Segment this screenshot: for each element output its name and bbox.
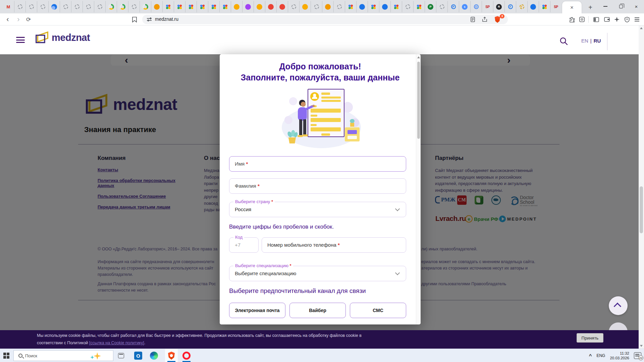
browser-tab[interactable] [368,1,379,12]
browser-tab[interactable] [413,1,425,12]
extensions-puzzle-icon[interactable] [568,15,576,24]
browser-tab[interactable]: R [493,1,504,12]
reload-button[interactable]: ⟳ [24,15,33,24]
search-icon[interactable] [559,37,568,47]
opera-icon[interactable] [182,352,191,360]
tray-clock[interactable]: 11:32 20.03.2026 [610,351,629,360]
window-restore-button[interactable] [613,0,629,13]
scrollbar-up-icon[interactable] [417,56,420,58]
browser-tab[interactable] [231,1,242,12]
scrollbar-up-icon[interactable] [640,27,643,29]
browser-tab[interactable] [208,1,219,12]
browser-tab[interactable] [140,1,151,12]
browser-tab[interactable] [197,1,208,12]
browser-tab[interactable] [71,1,83,12]
scroll-to-top-button[interactable] [609,296,628,315]
edge-icon[interactable] [150,352,158,360]
site-logo[interactable]: medznat [34,31,90,44]
browser-tab[interactable] [322,1,333,12]
back-button[interactable]: ‹ [3,15,12,24]
channel-button[interactable]: СМС [350,303,406,318]
channel-button[interactable]: Вайбер [289,303,346,318]
browser-tab[interactable] [25,1,37,12]
browser-tab[interactable] [276,1,288,12]
country-code-input[interactable]: Код +7 [229,237,259,253]
brave-taskbar-button[interactable] [165,349,178,362]
browser-tab[interactable]: F [504,1,516,12]
new-tab-button[interactable]: + [586,3,595,12]
browser-tab[interactable]: b [459,1,470,12]
browser-tab[interactable] [174,1,185,12]
wallet-icon[interactable] [602,15,611,24]
browser-tab[interactable] [333,1,345,12]
browser-tab[interactable] [219,1,231,12]
site-settings-icon[interactable] [147,17,152,21]
browser-tab[interactable] [402,1,413,12]
browser-tab[interactable] [379,1,390,12]
window-close-button[interactable]: × [629,0,644,13]
browser-tab[interactable]: SP [550,1,561,12]
browser-tab[interactable] [527,1,539,12]
browser-tab[interactable] [94,1,105,12]
active-tab[interactable]: ✕ [562,1,582,13]
browser-tab[interactable]: P [447,1,459,12]
browser-tab[interactable] [105,1,117,12]
browser-tab[interactable] [311,1,322,12]
cookie-accept-button[interactable]: Принять [577,333,603,343]
browser-tab[interactable] [83,1,94,12]
site-menu-button[interactable] [16,36,25,44]
browser-tab[interactable] [60,1,71,12]
browser-tab[interactable] [117,1,128,12]
task-view-button[interactable] [118,353,124,358]
browser-tab[interactable] [128,1,140,12]
first-name-input[interactable]: Имя * [229,156,406,172]
browser-tab[interactable] [436,1,447,12]
address-bar[interactable]: medznat.ru [142,15,508,24]
tray-expand-icon[interactable]: ^ [589,353,592,359]
sidebar-icon[interactable] [592,15,600,24]
browser-tab[interactable] [288,1,299,12]
browser-tab[interactable] [14,1,25,12]
forward-button[interactable]: › [14,15,23,24]
browser-tab[interactable]: M [3,1,14,12]
browser-menu-icon[interactable] [633,15,641,24]
window-minimize-button[interactable] [598,0,613,13]
copilot-sparkle-icon[interactable] [94,352,101,360]
browser-tab[interactable] [48,1,60,12]
specialization-select[interactable]: Выберите специализацию * Выберите специа… [229,266,406,281]
browser-tab[interactable]: O [470,1,482,12]
browser-tab[interactable] [254,1,265,12]
browser-tab[interactable] [162,1,174,12]
vpn-shield-icon[interactable] [623,15,631,24]
reader-mode-icon[interactable] [468,15,477,24]
browser-tab[interactable] [345,1,356,12]
browser-tab[interactable] [390,1,402,12]
browser-tab[interactable] [539,1,550,12]
browser-tab[interactable] [299,1,311,12]
start-button[interactable] [3,353,9,359]
tray-language[interactable]: ENG [596,353,605,358]
browser-tab[interactable] [356,1,368,12]
cookie-policy-link[interactable]: [ссылка на Cookie политику] [89,341,144,345]
outlook-icon[interactable]: O [134,352,142,360]
country-select[interactable]: Выберите страну * Россия [229,202,406,217]
last-name-input[interactable]: Фамилия * [229,178,406,194]
browser-tab[interactable] [151,1,162,12]
browser-tab[interactable] [185,1,197,12]
browser-tab[interactable]: SP [482,1,493,12]
browser-tab[interactable] [242,1,254,12]
browser-tab[interactable] [37,1,48,12]
bookmark-icon[interactable] [130,15,139,24]
action-center-icon[interactable]: 22 [634,352,641,359]
window-scrollbar[interactable] [639,25,644,349]
browser-tab[interactable]: P [425,1,436,12]
phone-number-input[interactable]: Номер мобильного телефона * [262,237,406,253]
tab-close-icon[interactable]: ✕ [570,5,574,10]
browser-tab[interactable] [265,1,276,12]
share-icon[interactable] [480,15,489,24]
window-scrollbar-thumb[interactable] [640,186,643,233]
modal-scrollbar-thumb[interactable] [417,62,420,139]
leo-ai-icon[interactable] [612,15,621,24]
extension-item-icon[interactable] [578,15,586,24]
channel-button[interactable]: Электронная почта [229,303,285,318]
